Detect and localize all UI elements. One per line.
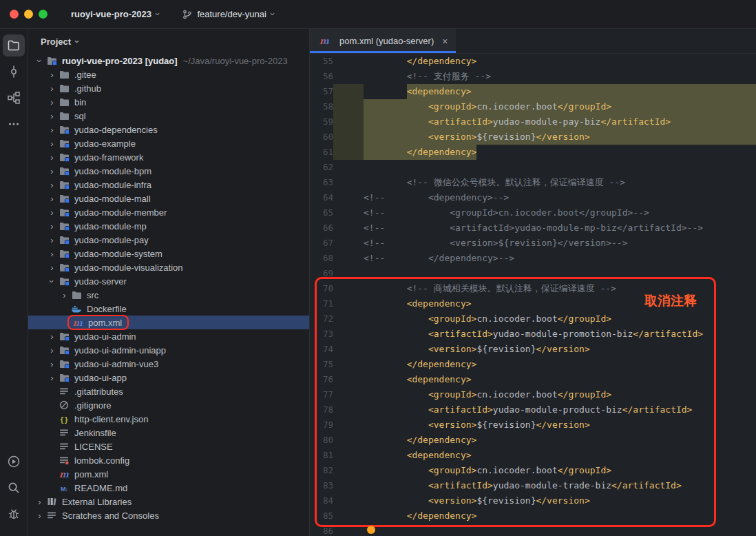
tree-item-yudao-module-visualization[interactable]: yudao-module-visualization [28,260,309,274]
gutter-icon-area[interactable] [333,251,364,266]
project-tool-button[interactable] [3,34,25,56]
gutter-icon-area[interactable] [333,342,364,357]
close-window-icon[interactable] [10,10,19,19]
tree-item-scratches-and-consoles[interactable]: Scratches and Consoles [28,508,309,522]
code-line[interactable]: 84 <version>${revision}</version> [310,493,756,508]
code-content[interactable]: <dependency> [364,448,756,463]
code-content[interactable]: <version>${revision}</version> [364,130,756,145]
code-line[interactable]: 55 </dependency> [310,54,756,69]
code-content[interactable]: </dependency> [364,357,756,372]
code-content[interactable]: <artifactId>yudao-module-trade-biz</arti… [364,478,756,493]
code-line[interactable]: 57 <dependency> [310,84,756,99]
code-content[interactable]: <artifactId>yudao-module-pay-biz</artifa… [364,114,756,130]
gutter-icon-area[interactable] [333,160,364,175]
code-content[interactable]: <!-- <version>${revision}</version>--> [364,236,756,251]
chevron-right-icon[interactable] [46,222,58,231]
code-line[interactable]: 65<!-- <groupId>cn.iocoder.boot</groupId… [310,205,756,220]
code-content[interactable]: <!-- 微信公众号模块。默认注释，保证编译速度 --> [364,175,756,190]
gutter-icon-area[interactable] [333,296,364,311]
gutter-icon-area[interactable] [333,266,364,281]
tree-item-readme-md[interactable]: README.md [28,481,309,495]
tree-item-yudao-module-system[interactable]: yudao-module-system [28,247,309,260]
tree-item-gitattributes[interactable]: .gitattributes [28,384,309,398]
gutter-icon-area[interactable] [333,311,364,327]
code-content[interactable]: <groupId>cn.iocoder.boot</groupId> [364,463,756,478]
chevron-right-icon[interactable] [46,332,58,341]
code-line[interactable]: 66<!-- <artifactId>yudao-module-mp-biz</… [310,220,756,236]
tree-item-pom-xml[interactable]: pom.xml [28,467,309,481]
chevron-right-icon[interactable] [46,98,58,107]
code-line[interactable]: 60 <version>${revision}</version> [310,130,756,145]
tree-item-gitignore[interactable]: .gitignore [28,398,309,412]
chevron-right-icon[interactable] [46,84,58,93]
gutter-icon-area[interactable] [333,524,364,536]
gutter-icon-area[interactable] [333,433,364,448]
gutter-icon-area[interactable] [333,478,364,493]
code-content[interactable]: <version>${revision}</version> [364,342,756,357]
code-content[interactable]: <groupId>cn.iocoder.boot</groupId> [364,99,756,114]
gutter-icon-area[interactable] [333,463,364,478]
more-tools-button[interactable] [3,113,25,135]
tree-item-yudao-module-member[interactable]: yudao-module-member [28,205,309,219]
chevron-right-icon[interactable] [46,236,58,245]
code-line[interactable]: 61 </dependency> [310,145,756,160]
tree-item-yudao-module-mp[interactable]: yudao-module-mp [28,219,309,233]
gutter-icon-area[interactable] [333,175,364,190]
gutter-icon-area[interactable] [333,220,364,236]
gutter-icon-area[interactable] [333,54,364,69]
tree-item-github[interactable]: .github [28,81,309,95]
close-tab-icon[interactable] [442,36,448,47]
gutter-icon-area[interactable] [333,493,364,508]
code-line[interactable]: 76 <dependency> [310,372,756,387]
tree-item-pom-xml[interactable]: pom.xml [28,316,309,329]
gutter-icon-area[interactable] [333,372,364,387]
code-line[interactable]: 82 <groupId>cn.iocoder.boot</groupId> [310,463,756,478]
chevron-right-icon[interactable] [46,153,58,162]
chevron-right-icon[interactable] [59,291,70,300]
code-line[interactable]: 74 <version>${revision}</version> [310,342,756,357]
project-widget[interactable]: ruoyi-vue-pro-2023 [64,6,166,23]
code-content[interactable]: <groupId>cn.iocoder.boot</groupId> [364,311,756,327]
code-line[interactable]: 79 <version>${revision}</version> [310,418,756,433]
code-content[interactable]: <!-- 商城相关模块。默认注释，保证编译速度 --> [364,281,756,296]
code-content[interactable]: <!-- <dependency>--> [364,190,756,205]
gutter-icon-area[interactable] [333,84,364,99]
code-content[interactable]: <dependency> [364,372,756,387]
code-content[interactable]: <groupId>cn.iocoder.boot</groupId> [364,387,756,402]
code-content[interactable] [364,524,756,536]
tree-item-yudao-module-mall[interactable]: yudao-module-mall [28,192,309,205]
tree-item-bin[interactable]: bin [28,95,309,109]
tree-item-yudao-example[interactable]: yudao-example [28,136,309,150]
project-panel-header[interactable]: Project [28,29,309,54]
code-line[interactable]: 56 <!-- 支付服务 --> [310,69,756,84]
code-line[interactable]: 59 <artifactId>yudao-module-pay-biz</art… [310,114,756,130]
gutter-icon-area[interactable] [333,114,364,130]
chevron-right-icon[interactable] [46,373,58,382]
gutter-icon-area[interactable] [333,190,364,205]
code-content[interactable]: <version>${revision}</version> [364,493,756,508]
tree-item-yudao-ui-admin-vue3[interactable]: yudao-ui-admin-vue3 [28,357,309,371]
tree-item-ruoyi-vue-pro-2023-yudao[interactable]: ruoyi-vue-pro-2023 [yudao]~/Java/ruoyi-v… [28,54,309,68]
chevron-right-icon[interactable] [34,511,45,520]
code-line[interactable]: 63 <!-- 微信公众号模块。默认注释，保证编译速度 --> [310,175,756,190]
chevron-right-icon[interactable] [46,139,58,148]
gutter-icon-area[interactable] [333,145,364,160]
code-line[interactable]: 62 [310,160,756,175]
code-content[interactable]: <!-- <artifactId>yudao-module-mp-biz</ar… [364,220,756,236]
chevron-right-icon[interactable] [34,497,45,506]
code-line[interactable]: 72 <groupId>cn.iocoder.boot</groupId> [310,311,756,327]
tree-item-yudao-ui-app[interactable]: yudao-ui-app [28,371,309,384]
problems-tool-button[interactable] [3,503,25,525]
code-line[interactable]: 78 <artifactId>yudao-module-product-biz<… [310,402,756,418]
minimize-window-icon[interactable] [24,10,33,19]
code-content[interactable]: <!-- </dependency>--> [364,251,756,266]
code-content[interactable]: <!-- <groupId>cn.iocoder.boot</groupId>-… [364,205,756,220]
chevron-right-icon[interactable] [46,70,58,79]
code-content[interactable] [364,266,756,281]
chevron-right-icon[interactable] [46,263,58,272]
code-content[interactable]: <dependency> [364,296,756,311]
code-line[interactable]: 83 <artifactId>yudao-module-trade-biz</a… [310,478,756,493]
tree-item-yudao-module-infra[interactable]: yudao-module-infra [28,178,309,192]
gutter-icon-area[interactable] [333,130,364,145]
code-line[interactable]: 75 </dependency> [310,357,756,372]
